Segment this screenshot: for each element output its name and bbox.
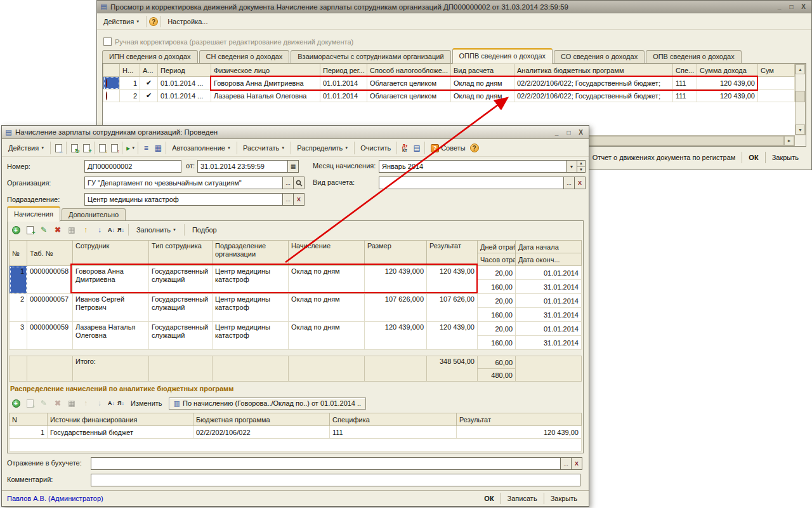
cell-no[interactable]: 3 (10, 322, 27, 350)
maximize-icon[interactable]: □ (786, 3, 797, 11)
cell-spec[interactable]: 111 (330, 426, 457, 439)
col-result[interactable]: Результат (457, 413, 582, 426)
col-days[interactable]: Дней отраб... (478, 241, 516, 253)
cell-size[interactable]: 107 626,000 (365, 294, 427, 322)
col-source[interactable]: Источник финансирования (48, 413, 193, 426)
delete-row-button[interactable]: ✖ (52, 398, 63, 409)
tab-so[interactable]: СО сведения о доходах (554, 50, 645, 63)
end-edit-button[interactable]: ▦ (66, 398, 77, 409)
cell-no[interactable]: 2 (10, 294, 27, 322)
tab-oppv[interactable]: ОППВ сведения о доходах (452, 48, 553, 64)
help-icon[interactable]: ? (470, 144, 479, 152)
col-income[interactable]: Сумма дохода (697, 64, 758, 77)
col-num[interactable]: Н... (120, 64, 140, 77)
cell-analytics[interactable]: 02/2/202/106/022; Государственный бюджет… (514, 90, 673, 102)
col-size[interactable]: Размер (365, 241, 427, 266)
calc-kind-field[interactable]: ... X (379, 177, 586, 189)
col-tax-method[interactable]: Способ налогообложе... (367, 64, 451, 77)
move-up-button[interactable]: ↑ (80, 398, 91, 409)
spin-down-icon[interactable]: ▼ (577, 167, 585, 173)
calculate-button[interactable]: Рассчитать ▼ (239, 143, 289, 153)
scroll-down-icon[interactable]: ▼ (796, 124, 805, 135)
minimize-icon[interactable]: _ (774, 3, 785, 11)
cell-size[interactable]: 120 439,000 (365, 322, 427, 350)
sort-desc-button[interactable]: Я↓ (117, 400, 124, 406)
actions-menu-button[interactable]: Действия ▼ (100, 17, 143, 27)
tab-additional[interactable]: Дополнительно (62, 208, 126, 221)
delete-row-button[interactable]: ✖ (52, 224, 63, 236)
cell-department[interactable]: Центр медицины катастроф (213, 266, 289, 294)
cell-accrual[interactable]: Оклад по дням (289, 294, 365, 322)
save-button[interactable]: Записать (501, 493, 544, 504)
cell-spec[interactable]: 111 (673, 90, 697, 102)
date-field[interactable]: 31.01.2014 23:59:59 ▦ (197, 160, 299, 173)
col-hours[interactable]: Часов отра... (478, 253, 516, 266)
cell-period[interactable]: 01.01.2014 ... (158, 77, 211, 90)
cell-hours[interactable]: 160,00 (478, 308, 516, 322)
sort-desc-button[interactable]: Я↓ (117, 227, 124, 233)
cell-employee[interactable]: Говорова Анна Дмитриевна (73, 266, 149, 294)
col-period[interactable]: Период (158, 64, 211, 77)
month-field[interactable]: Январь 2014 ▼ (379, 160, 577, 173)
spin-up-icon[interactable]: ▲ (577, 161, 585, 167)
col-n[interactable]: N (10, 413, 48, 426)
ellipsis-icon[interactable]: ... (282, 177, 293, 189)
col-spec[interactable]: Спе... (673, 64, 697, 77)
accounting-field[interactable]: ... X (91, 457, 582, 470)
cell-employee[interactable]: Иванов Сергей Петрович (73, 294, 149, 322)
cell-accrual[interactable]: Оклад по дням (289, 266, 365, 294)
ok-button[interactable]: ОК (478, 493, 500, 504)
search-icon[interactable] (293, 177, 304, 189)
ellipsis-icon[interactable]: ... (560, 458, 571, 469)
col-spec[interactable]: Специфика (330, 413, 457, 426)
ok-button[interactable]: ОК (742, 152, 764, 163)
cell-spec[interactable]: 111 (673, 77, 697, 90)
cell-emp-type[interactable]: Государственный служащий (149, 266, 213, 294)
cell-n[interactable]: 1 (10, 426, 48, 439)
cell-no[interactable]: 1 (10, 266, 27, 294)
cell-source[interactable]: Государственный бюджет (48, 426, 193, 439)
cell-extra[interactable] (758, 77, 795, 90)
cell-date-start[interactable]: 01.01.2014 (516, 266, 582, 280)
list-settings-button[interactable]: ▦ (152, 142, 164, 154)
cell-result[interactable]: 120 439,00 (427, 322, 478, 350)
cell-period-reg[interactable]: 01.01.2014 (320, 77, 367, 90)
distribute-button[interactable]: Распределить ▼ (293, 143, 352, 153)
cell-hours[interactable]: 160,00 (478, 336, 516, 350)
move-up-button[interactable]: ↑ (80, 224, 91, 236)
cell-days[interactable]: 20,00 (478, 266, 516, 280)
edit-row-button[interactable]: ✎ (38, 398, 49, 409)
col-date-end[interactable]: Дата оконч... (516, 253, 582, 266)
col-tab-no[interactable]: Таб. № (27, 241, 73, 266)
col-extra[interactable]: Сум (758, 64, 795, 77)
close-icon[interactable]: X (575, 128, 586, 137)
cell-income[interactable]: 120 439,00 (697, 90, 758, 102)
cell-num[interactable]: 2 (120, 90, 140, 102)
cell-emp-type[interactable]: Государственный служащий (149, 322, 213, 350)
cell-date-end[interactable]: 31.01.2014 (516, 308, 582, 322)
clear-field-icon[interactable]: X (293, 194, 304, 205)
number-field[interactable]: ДП000000002 (84, 160, 181, 173)
scroll-right-icon[interactable]: ► (784, 136, 794, 145)
department-field[interactable]: Центр медицины катастроф ... X (84, 193, 304, 206)
cell-days[interactable]: 20,00 (478, 322, 516, 336)
row-marker-cell[interactable] (103, 77, 120, 90)
col-date-start[interactable]: Дата начала (516, 241, 582, 253)
add-row-button[interactable]: + (10, 224, 22, 236)
cell-num[interactable]: 1 (120, 77, 140, 90)
tab-ipn[interactable]: ИПН сведения о доходах (102, 50, 198, 63)
unpost-payments-button[interactable]: ↑ (108, 142, 120, 154)
move-down-button[interactable]: ↓ (94, 224, 105, 236)
cell-analytics[interactable]: 02/2/202/106/022; Государственный бюджет… (514, 77, 673, 90)
cell-active[interactable]: ✔ (140, 90, 158, 102)
col-employee[interactable]: Сотрудник (73, 241, 149, 266)
clear-field-icon[interactable]: X (571, 458, 582, 469)
sort-asc-button[interactable]: А↓ (108, 400, 115, 406)
ellipsis-icon[interactable]: ... (563, 177, 574, 189)
refresh-button[interactable]: ↻ (69, 142, 80, 154)
tab-sn[interactable]: СН сведения о доходах (199, 50, 290, 63)
close-icon[interactable]: X (798, 3, 809, 11)
col-result[interactable]: Результат (427, 241, 478, 266)
cell-size[interactable]: 120 439,000 (365, 266, 427, 294)
manual-correction-checkbox[interactable] (103, 37, 112, 46)
